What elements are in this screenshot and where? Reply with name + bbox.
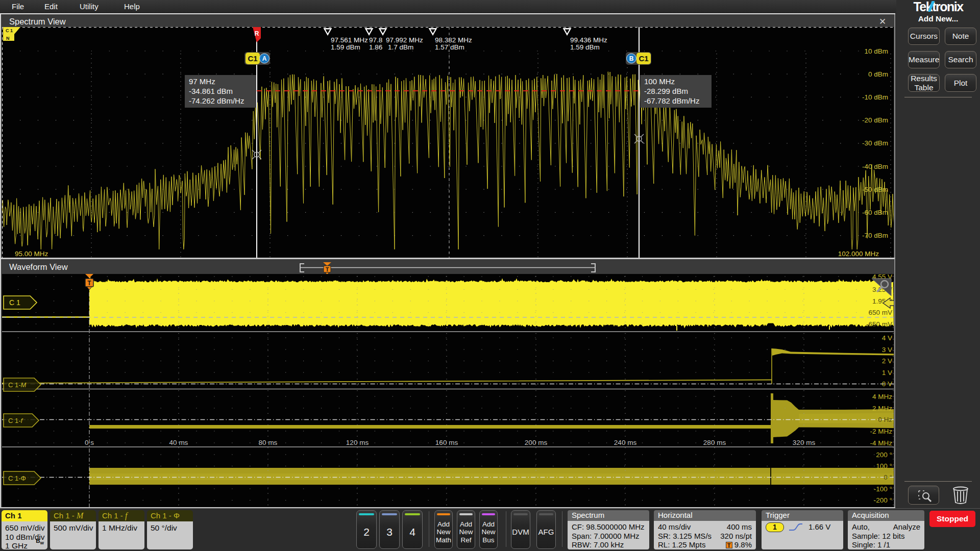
svg-text:0 dBm: 0 dBm (868, 70, 888, 78)
svg-text:97.561 MHz: 97.561 MHz (331, 36, 368, 44)
svg-text:1 V: 1 V (882, 369, 892, 377)
svg-text:-20 dBm: -20 dBm (862, 116, 888, 124)
svg-text:1.59 dBm: 1.59 dBm (570, 43, 600, 51)
svg-text:80 ms: 80 ms (259, 439, 278, 446)
svg-text:120 ms: 120 ms (346, 439, 369, 446)
svg-text:-10 dBm: -10 dBm (862, 93, 888, 101)
svg-text:97 MHz: 97 MHz (189, 77, 215, 86)
svg-text:0 V: 0 V (882, 380, 892, 388)
svg-text:4 V: 4 V (882, 334, 892, 342)
svg-text:99.436 MHz: 99.436 MHz (570, 36, 607, 44)
svg-text:160 ms: 160 ms (435, 439, 458, 446)
svg-text:1.86: 1.86 (369, 43, 382, 51)
svg-text:10 dBm: 10 dBm (864, 47, 888, 55)
svg-text:-2 MHz: -2 MHz (870, 428, 893, 435)
svg-text:T: T (87, 280, 91, 287)
svg-text:200 ms: 200 ms (525, 439, 548, 446)
svg-text:200 °: 200 ° (876, 451, 892, 459)
svg-text:B: B (629, 55, 634, 62)
svg-text:97.8: 97.8 (369, 36, 382, 44)
svg-text:280 ms: 280 ms (703, 439, 726, 446)
svg-text:1.59 dBm: 1.59 dBm (331, 43, 360, 51)
svg-text:-200 °: -200 ° (874, 496, 892, 504)
svg-text:95.00 MHz: 95.00 MHz (15, 250, 48, 258)
svg-text:C 1-f: C 1-f (8, 417, 23, 424)
svg-text:-40 dBm: -40 dBm (862, 163, 888, 170)
svg-text:2 V: 2 V (882, 357, 892, 365)
svg-text:C 1-Φ: C 1-Φ (8, 474, 26, 482)
svg-text:-4 MHz: -4 MHz (870, 439, 893, 447)
svg-text:-34.861 dBm: -34.861 dBm (189, 87, 233, 95)
svg-text:-650 mV: -650 mV (866, 320, 892, 328)
svg-text:320 ms: 320 ms (793, 439, 816, 446)
svg-text:C1: C1 (639, 54, 648, 63)
svg-text:0 °: 0 ° (884, 473, 892, 481)
svg-text:98.382 MHz: 98.382 MHz (435, 36, 472, 44)
svg-text:-50 dBm: -50 dBm (862, 186, 888, 193)
svg-text:97.992 MHz: 97.992 MHz (386, 36, 423, 44)
svg-text:-28.299 dBm: -28.299 dBm (644, 87, 688, 95)
svg-text:0 Hz: 0 Hz (878, 416, 892, 423)
svg-text:C 1-M: C 1-M (8, 381, 27, 389)
svg-text:N: N (6, 36, 10, 41)
svg-text:0 s: 0 s (85, 439, 94, 446)
svg-text:-67.782 dBm/Hz: -67.782 dBm/Hz (644, 96, 699, 105)
svg-text:240 ms: 240 ms (614, 439, 637, 446)
svg-text:-60 dBm: -60 dBm (862, 209, 888, 216)
svg-text:Tektronix: Tektronix (913, 0, 964, 14)
svg-text:-70 dBm: -70 dBm (862, 232, 888, 239)
svg-text:102.000 MHz: 102.000 MHz (838, 250, 879, 258)
svg-text:100 MHz: 100 MHz (644, 77, 675, 86)
svg-text:1.7 dBm: 1.7 dBm (388, 43, 413, 51)
svg-text:650 mV: 650 mV (868, 309, 892, 316)
svg-text:C 1: C 1 (9, 298, 20, 307)
svg-text:4 MHz: 4 MHz (872, 393, 892, 400)
svg-text:-100 °: -100 ° (874, 485, 892, 493)
svg-text:C 1: C 1 (6, 28, 13, 33)
svg-text:1.57 dBm: 1.57 dBm (435, 43, 464, 51)
svg-text:100 °: 100 ° (876, 462, 892, 470)
svg-text:C1: C1 (248, 54, 257, 63)
svg-text:-30 dBm: -30 dBm (862, 139, 888, 147)
svg-text:3 V: 3 V (882, 346, 892, 354)
svg-text:A: A (262, 55, 267, 62)
svg-text:-74.262 dBm/Hz: -74.262 dBm/Hz (189, 96, 244, 105)
svg-text:2 MHz: 2 MHz (872, 405, 892, 412)
svg-text:40 ms: 40 ms (169, 439, 188, 446)
svg-text:T: T (326, 266, 329, 272)
svg-text:R: R (255, 30, 259, 37)
